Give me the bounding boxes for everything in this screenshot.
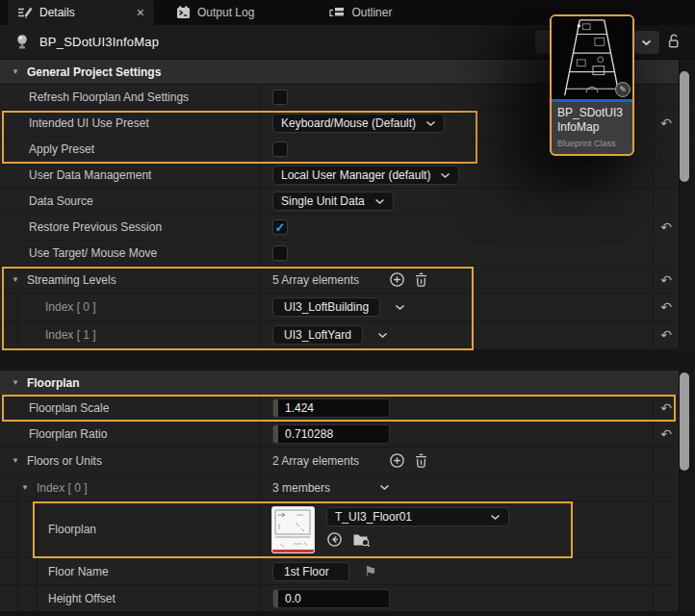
view-options-button[interactable] <box>633 31 659 54</box>
scrollbar-track[interactable] <box>679 321 695 348</box>
category-floorplan[interactable]: ▼ Floorplan <box>0 371 695 396</box>
expander-icon[interactable]: ▼ <box>12 275 19 284</box>
reset-to-default-button[interactable]: ↶ <box>653 215 679 240</box>
collapse-icon[interactable]: ▼ <box>12 378 19 387</box>
restore-session-checkbox[interactable]: ✓ <box>272 219 288 235</box>
clear-array-button[interactable] <box>414 271 428 288</box>
ui-preset-dropdown[interactable]: Keyboard/Mouse (Default) <box>272 114 445 133</box>
reset-icon: ↶ <box>660 219 672 235</box>
level-name-field[interactable]: UI3_LoftYard <box>272 325 363 345</box>
chevron-down-icon <box>425 120 436 127</box>
property-label: User Data Management <box>29 168 151 182</box>
reset-cell <box>653 85 679 110</box>
chevron-down-icon[interactable] <box>377 332 388 339</box>
reset-to-default-button[interactable]: ↶ <box>653 267 679 293</box>
floorplan-texture-thumbnail[interactable] <box>272 507 314 552</box>
reset-icon: ↶ <box>660 116 672 131</box>
tab-output-log[interactable]: Output Log <box>167 0 264 25</box>
tab-outliner-label: Outliner <box>351 6 392 19</box>
texture-type-stripe <box>272 550 314 552</box>
chevron-down-icon <box>374 198 385 205</box>
dropdown-value: Keyboard/Mouse (Default) <box>281 116 416 130</box>
use-target-checkbox[interactable] <box>272 245 288 261</box>
row-restore-previous-session: Restore Previous Session ✓ ↶ <box>0 215 695 241</box>
floorplan-scale-input[interactable]: 1.424 <box>272 398 390 418</box>
chevron-down-icon[interactable] <box>379 484 390 491</box>
property-label: Floorplan Ratio <box>29 427 107 441</box>
reset-to-default-button[interactable]: ↶ <box>653 396 679 421</box>
row-use-target-mouse-move: Use Target/ Mouse Move <box>0 241 695 267</box>
reset-icon: ↶ <box>660 400 672 416</box>
tab-output-log-label: Output Log <box>197 6 254 19</box>
property-label: Intended UI Use Preset <box>29 116 149 130</box>
actor-icon <box>13 33 31 51</box>
scrollbar-track[interactable] <box>679 585 695 611</box>
add-element-button[interactable] <box>389 271 405 288</box>
spin-grabber[interactable] <box>273 399 278 417</box>
property-label: Floor Name <box>48 565 109 578</box>
apply-preset-checkbox[interactable] <box>272 141 288 157</box>
collapse-icon[interactable]: ▼ <box>12 67 19 76</box>
blueprint-badge-icon: ✎ <box>615 82 631 97</box>
scrollbar-track[interactable] <box>679 189 695 214</box>
data-source-dropdown[interactable]: Single Unit Data <box>272 192 394 211</box>
property-label: Floors or Units <box>27 454 102 468</box>
row-floor-name: Floor Name 1st Floor ⚑ <box>0 558 695 585</box>
floorplan-ratio-input[interactable]: 0.710288 <box>272 424 390 444</box>
reset-icon: ↶ <box>660 299 672 315</box>
lock-icon[interactable] <box>666 33 682 53</box>
property-label: Floorplan <box>48 523 96 536</box>
reset-to-default-button[interactable]: ↶ <box>653 422 679 447</box>
expander-icon[interactable]: ▼ <box>21 483 29 492</box>
scrollbar-track[interactable] <box>679 241 695 266</box>
scrollbar-thumb-bottom[interactable] <box>680 372 689 471</box>
tooltip-asset-name-line1: BP_SDotUI3 <box>557 106 627 120</box>
user-data-dropdown[interactable]: Local User Manager (default) <box>272 166 459 185</box>
scrollbar-thumb-top[interactable] <box>680 71 689 182</box>
scrollbar-track[interactable] <box>679 501 695 557</box>
reset-icon: ↶ <box>660 272 672 288</box>
reset-to-default-button[interactable]: ↶ <box>653 294 679 321</box>
level-name: UI3_LoftYard <box>284 328 351 342</box>
chevron-down-icon <box>440 172 450 179</box>
localize-flag-icon[interactable]: ⚑ <box>364 564 376 578</box>
level-name-field[interactable]: UI3_LoftBuilding <box>272 297 380 317</box>
property-label: Apply Preset <box>29 142 94 156</box>
floor-name-input[interactable]: 1st Floor <box>272 562 349 581</box>
clear-array-button[interactable] <box>414 452 428 469</box>
chevron-down-icon <box>641 39 652 46</box>
add-element-button[interactable] <box>389 452 405 469</box>
tooltip-asset-name-line2: InfoMap <box>557 120 627 135</box>
row-streaming-levels: ▼ Streaming Levels 5 Array elements ↶ <box>0 267 695 294</box>
output-log-icon <box>176 6 191 19</box>
floorplan-asset-dropdown[interactable]: T_UI3_Floor01 <box>326 507 509 526</box>
chevron-down-icon[interactable] <box>395 304 405 311</box>
reset-to-default-button[interactable]: ↶ <box>653 321 679 348</box>
dropdown-value: Local User Manager (default) <box>281 168 430 182</box>
tab-outliner[interactable]: Outliner <box>320 0 401 25</box>
expander-icon[interactable]: ▼ <box>12 456 19 465</box>
array-index-label: Index [ 0 ] <box>45 300 96 314</box>
scrollbar-track[interactable] <box>679 294 695 321</box>
scrollbar-track[interactable] <box>679 558 695 584</box>
refresh-checkbox[interactable] <box>272 90 288 105</box>
reset-to-default-button[interactable]: ↶ <box>653 111 679 136</box>
tooltip-asset-type: Blueprint Class <box>557 139 627 148</box>
property-label: Use Target/ Mouse Move <box>29 246 157 260</box>
scrollbar-track[interactable] <box>679 267 695 293</box>
tab-details-label: Details <box>39 6 75 19</box>
asset-preview-image: ✎ <box>552 16 632 99</box>
tab-details[interactable]: Details × <box>8 0 154 25</box>
spin-grabber[interactable] <box>273 590 278 607</box>
property-label: Data Source <box>29 194 93 208</box>
browse-to-asset-button[interactable] <box>352 532 371 548</box>
row-user-data-management: User Data Management Local User Manager … <box>0 163 695 189</box>
scrollbar-track[interactable] <box>679 215 695 240</box>
array-index-label: Index [ 1 ] <box>45 328 96 342</box>
use-selected-asset-button[interactable] <box>326 531 343 548</box>
scrollbar-track[interactable] <box>679 475 695 500</box>
height-offset-input[interactable]: 0.0 <box>272 589 390 608</box>
close-icon[interactable]: × <box>137 6 144 19</box>
spin-grabber[interactable] <box>273 425 278 443</box>
asset-tooltip: ✎ BP_SDotUI3 InfoMap Blueprint Class <box>550 14 634 156</box>
